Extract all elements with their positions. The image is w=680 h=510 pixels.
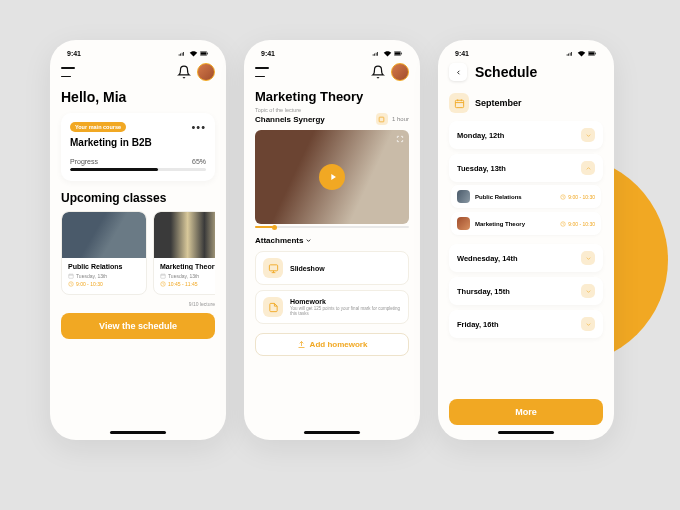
duration-value: 1 hour	[392, 116, 409, 122]
collapse-icon[interactable]	[581, 161, 595, 175]
attachments-header[interactable]: Attachments	[255, 236, 409, 245]
class-name: Marketing Theory	[475, 221, 525, 227]
clock-icon	[560, 194, 566, 200]
page-title: Schedule	[475, 64, 537, 80]
course-badge: Your main course	[70, 122, 126, 132]
class-thumbnail	[457, 217, 470, 230]
day-row[interactable]: Monday, 12th	[449, 121, 603, 149]
menu-icon[interactable]	[61, 67, 77, 77]
more-button[interactable]: More	[449, 399, 603, 425]
svg-rect-2	[207, 53, 208, 54]
notification-icon[interactable]	[177, 65, 191, 79]
home-indicator[interactable]	[498, 431, 554, 434]
status-indicators	[178, 50, 209, 57]
add-homework-button[interactable]: Add homework	[255, 333, 409, 356]
chevron-down-icon	[305, 237, 312, 244]
more-icon[interactable]: •••	[191, 121, 206, 133]
class-time: 9:00 - 10:30	[76, 281, 103, 287]
attachment-title: Slideshow	[290, 265, 325, 272]
class-time: 9:00 - 10:30	[568, 194, 595, 200]
add-homework-label: Add homework	[310, 340, 368, 349]
month-label: September	[475, 98, 522, 108]
lecture-count: 9/10 lecture	[61, 301, 215, 307]
status-time: 9:41	[67, 50, 81, 57]
day-label: Thursday, 15th	[457, 287, 510, 296]
expand-icon[interactable]	[581, 251, 595, 265]
page-title: Marketing Theory	[255, 89, 409, 104]
view-schedule-button[interactable]: View the schedule	[61, 313, 215, 339]
home-indicator[interactable]	[110, 431, 166, 434]
class-card[interactable]: Marketing Theory Tuesday, 13th 10:45 - 1…	[153, 211, 215, 295]
play-button[interactable]	[319, 164, 345, 190]
phone-lecture: 9:41 Marketing Theory Topic of the lectu…	[244, 40, 420, 440]
attachment-item[interactable]: Slideshow	[255, 251, 409, 285]
slideshow-icon	[263, 258, 283, 278]
class-card[interactable]: Public Relations Tuesday, 13th 9:00 - 10…	[61, 211, 147, 295]
progress-value: 65%	[192, 158, 206, 165]
attachment-subtitle: You will get 125 points to your final ma…	[290, 306, 401, 317]
status-indicators	[566, 50, 597, 57]
svg-rect-13	[589, 52, 595, 55]
day-row[interactable]: Thursday, 15th	[449, 277, 603, 305]
notification-icon[interactable]	[371, 65, 385, 79]
day-row[interactable]: Wednesday, 14th	[449, 244, 603, 272]
day-label: Wednesday, 14th	[457, 254, 518, 263]
back-button[interactable]	[449, 63, 467, 81]
video-progress[interactable]	[255, 226, 409, 228]
class-date: Tuesday, 13th	[76, 273, 107, 279]
attachment-title: Homework	[290, 298, 401, 305]
svg-rect-5	[161, 274, 166, 278]
svg-rect-8	[395, 52, 401, 55]
expand-icon[interactable]	[581, 284, 595, 298]
avatar[interactable]	[391, 63, 409, 81]
expand-icon[interactable]	[581, 317, 595, 331]
topic-name: Channels Synergy	[255, 115, 325, 124]
attachments-label: Attachments	[255, 236, 303, 245]
schedule-item[interactable]: Marketing Theory 9:00 - 10:30	[451, 212, 601, 235]
status-bar: 9:41	[255, 50, 409, 57]
phone-schedule: 9:41 Schedule September Monday, 12th Tue…	[438, 40, 614, 440]
status-bar: 9:41	[449, 50, 603, 57]
progress-bar	[70, 168, 206, 171]
class-time: 9:00 - 10:30	[568, 221, 595, 227]
status-time: 9:41	[455, 50, 469, 57]
upcoming-title: Upcoming classes	[61, 191, 215, 205]
attachment-item[interactable]: Homework You will get 125 points to your…	[255, 290, 409, 324]
upload-icon	[297, 340, 306, 349]
day-label: Tuesday, 13th	[457, 164, 506, 173]
greeting: Hello, Mia	[61, 89, 215, 105]
course-title: Marketing in B2B	[70, 137, 206, 148]
fullscreen-icon[interactable]	[396, 135, 404, 143]
day-label: Monday, 12th	[457, 131, 504, 140]
class-title: Marketing Theory	[160, 263, 215, 270]
progress-label: Progress	[70, 158, 98, 165]
svg-rect-15	[455, 100, 463, 107]
class-thumbnail	[62, 212, 146, 258]
chevron-left-icon	[455, 69, 462, 76]
status-time: 9:41	[261, 50, 275, 57]
class-thumbnail	[154, 212, 215, 258]
menu-icon[interactable]	[255, 67, 271, 77]
calendar-icon	[449, 93, 469, 113]
day-row[interactable]: Tuesday, 13th	[449, 154, 603, 182]
class-title: Public Relations	[68, 263, 140, 270]
clock-icon	[560, 221, 566, 227]
day-label: Friday, 16th	[457, 320, 499, 329]
video-player[interactable]	[255, 130, 409, 224]
class-name: Public Relations	[475, 194, 522, 200]
class-date: Tuesday, 13th	[168, 273, 199, 279]
class-thumbnail	[457, 190, 470, 203]
phone-home: 9:41 Hello, Mia Your main course ••• Mar…	[50, 40, 226, 440]
svg-rect-11	[269, 264, 277, 270]
duration-icon	[376, 113, 388, 125]
home-indicator[interactable]	[304, 431, 360, 434]
status-indicators	[372, 50, 403, 57]
day-row[interactable]: Friday, 16th	[449, 310, 603, 338]
main-course-card[interactable]: Your main course ••• Marketing in B2B Pr…	[61, 113, 215, 181]
expand-icon[interactable]	[581, 128, 595, 142]
class-time: 10:45 - 11:45	[168, 281, 197, 287]
svg-rect-9	[401, 53, 402, 54]
svg-rect-14	[595, 53, 596, 54]
avatar[interactable]	[197, 63, 215, 81]
schedule-item[interactable]: Public Relations 9:00 - 10:30	[451, 185, 601, 208]
